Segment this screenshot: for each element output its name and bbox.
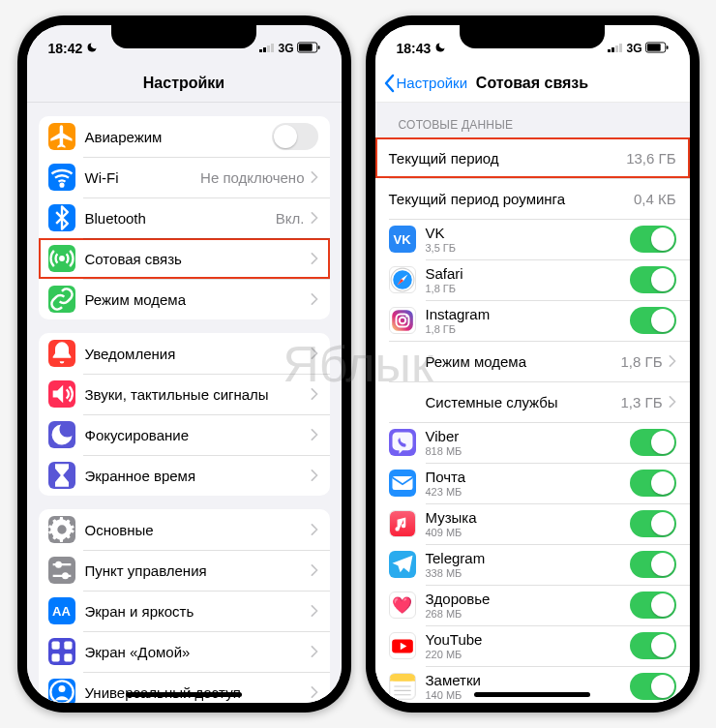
app-data-row[interactable]: Почта423 МБ xyxy=(375,463,690,503)
toggle-switch[interactable] xyxy=(630,632,676,659)
row-detail: Не подключено xyxy=(200,169,304,186)
app-data-row[interactable]: Заметки140 МБ xyxy=(375,666,690,703)
app-data-row[interactable]: ❤️Здоровье268 МБ xyxy=(375,585,690,625)
chevron-icon xyxy=(669,396,676,408)
toggle-switch[interactable] xyxy=(630,470,676,497)
nav-bar: Настройки Сотовая связь xyxy=(375,64,690,103)
app-data-row[interactable]: YouTube220 МБ xyxy=(375,625,690,666)
app-data-row[interactable]: Instagram1,8 ГБ xyxy=(375,300,690,341)
notch xyxy=(460,25,605,48)
group-notifications: Уведомления Звуки, тактильные сигналы Фо… xyxy=(39,333,330,496)
row-label: Текущий период роуминга xyxy=(389,191,634,207)
settings-row[interactable]: Режим модема xyxy=(39,279,330,319)
phone-left: 18:42 3G Настройки Авиарежим Wi-Fi Не по… xyxy=(17,15,351,713)
moon-icon xyxy=(48,421,75,448)
row-sub: 409 МБ xyxy=(426,527,630,538)
row-sub: 818 МБ xyxy=(426,445,630,457)
toggle-switch[interactable] xyxy=(272,123,318,150)
row-label: Текущий период xyxy=(389,150,627,167)
app-data-row[interactable]: VKVK3,5 ГБ xyxy=(375,219,690,259)
group-general: Основные Пункт управления AA Экран и ярк… xyxy=(39,509,330,703)
settings-row[interactable]: Звуки, тактильные сигналы xyxy=(39,374,330,414)
svg-rect-30 xyxy=(615,46,618,52)
settings-row[interactable]: Универсальный доступ xyxy=(39,672,330,703)
network-label: 3G xyxy=(626,42,641,55)
svg-rect-29 xyxy=(612,47,614,52)
chevron-icon xyxy=(311,646,318,657)
toggle-switch[interactable] xyxy=(630,307,676,334)
settings-row[interactable]: Пункт управления xyxy=(39,550,330,591)
back-button[interactable]: Настройки xyxy=(383,74,468,93)
settings-row[interactable]: Фокусирование xyxy=(39,414,330,455)
app-data-row[interactable]: Системные службы1,3 ГБ xyxy=(375,381,690,422)
row-label: Экран «Домой» xyxy=(85,644,311,660)
link-icon xyxy=(48,286,75,313)
row-label: Звуки, тактильные сигналы xyxy=(85,386,311,403)
toggle-switch[interactable] xyxy=(630,673,676,700)
row-label: Основные xyxy=(85,522,311,538)
app-data-row[interactable]: Режим модема1,8 ГБ xyxy=(375,341,690,381)
app-data-row[interactable]: Музыка409 МБ xyxy=(375,503,690,544)
settings-row[interactable]: AA Экран и яркость xyxy=(39,591,330,631)
toggle-switch[interactable] xyxy=(630,429,676,456)
app-data-row[interactable]: Safari1,8 ГБ xyxy=(375,259,690,300)
page-title: Настройки xyxy=(143,75,224,92)
cellular-list[interactable]: СОТОВЫЕ ДАННЫЕ Текущий период 13,6 ГБТек… xyxy=(375,103,690,703)
grid-icon xyxy=(48,638,75,665)
toggle-switch[interactable] xyxy=(630,551,676,578)
dnd-moon-icon xyxy=(86,41,98,56)
screen-cellular: 18:43 3G Настройки Сотовая связь СОТОВЫЕ… xyxy=(375,25,690,703)
row-label: Режим модема xyxy=(426,353,621,370)
dnd-moon-icon xyxy=(434,41,446,56)
row-label: Bluetooth xyxy=(85,210,276,227)
row-label: Фокусирование xyxy=(85,427,311,443)
home-indicator[interactable] xyxy=(126,692,242,697)
telegram-icon xyxy=(389,551,416,578)
settings-row[interactable]: Сотовая связь xyxy=(39,238,330,279)
aa-icon: AA xyxy=(48,597,75,624)
svg-rect-14 xyxy=(64,642,72,650)
settings-row[interactable]: Основные xyxy=(39,509,330,550)
settings-list[interactable]: Авиарежим Wi-Fi Не подключено Bluetooth … xyxy=(27,103,342,703)
page-title: Сотовая связь xyxy=(476,75,588,92)
home-indicator[interactable] xyxy=(474,692,590,697)
chevron-icon xyxy=(311,524,318,535)
settings-row[interactable]: Авиарежим xyxy=(39,116,330,157)
app-data-row[interactable]: Telegram338 МБ xyxy=(375,544,690,585)
settings-row[interactable]: Экранное время xyxy=(39,455,330,496)
mail-icon xyxy=(389,470,416,497)
settings-row[interactable]: Экран «Домой» xyxy=(39,631,330,672)
svg-rect-2 xyxy=(267,46,270,52)
row-label: Viber xyxy=(426,428,630,444)
row-detail: 1,3 ГБ xyxy=(621,394,663,410)
svg-point-12 xyxy=(63,574,68,579)
row-label: Почта xyxy=(426,469,630,485)
toggle-switch[interactable] xyxy=(630,592,676,619)
row-detail: 1,8 ГБ xyxy=(621,353,663,370)
summary-row[interactable]: Текущий период 13,6 ГБ xyxy=(375,137,690,178)
summary-row[interactable]: Текущий период роуминга 0,4 КБ xyxy=(375,178,690,219)
toggle-switch[interactable] xyxy=(630,226,676,253)
battery-icon xyxy=(645,42,669,56)
row-label: VK xyxy=(426,225,630,241)
nav-bar: Настройки xyxy=(27,64,342,103)
settings-row[interactable]: Уведомления xyxy=(39,333,330,374)
toggle-switch[interactable] xyxy=(630,510,676,537)
settings-row[interactable]: Wi-Fi Не подключено xyxy=(39,157,330,197)
speaker-icon xyxy=(48,380,75,408)
antenna-icon xyxy=(48,245,75,272)
settings-row[interactable]: Bluetooth Вкл. xyxy=(39,197,330,238)
instagram-icon xyxy=(389,307,416,334)
signal-icon xyxy=(608,42,623,55)
svg-rect-43 xyxy=(392,476,412,490)
toggle-switch[interactable] xyxy=(630,266,676,293)
chevron-icon xyxy=(311,253,318,264)
row-label: Экранное время xyxy=(85,468,311,484)
row-sub: 1,8 ГБ xyxy=(426,323,630,335)
app-data-row[interactable]: Viber818 МБ xyxy=(375,422,690,463)
svg-rect-34 xyxy=(666,46,668,49)
svg-point-7 xyxy=(60,184,63,187)
row-label: Wi-Fi xyxy=(85,169,201,186)
row-label: Авиарежим xyxy=(85,129,272,145)
svg-rect-39 xyxy=(392,310,413,331)
